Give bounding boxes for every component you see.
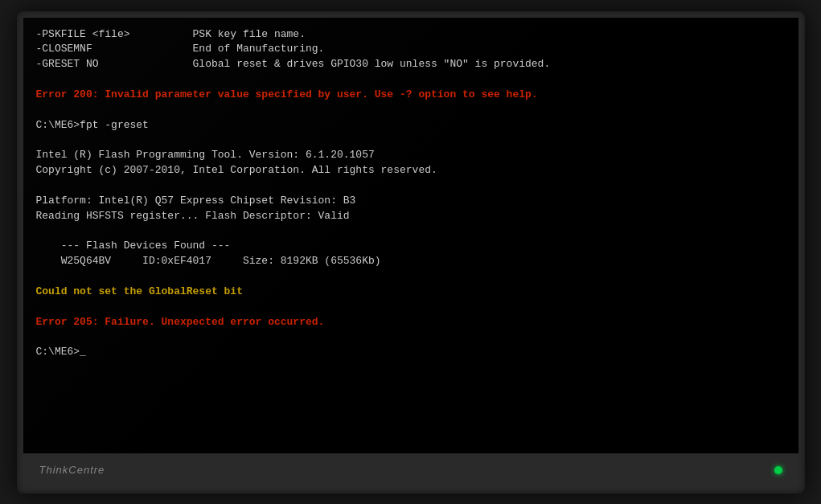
terminal-line: -CLOSEMNF End of Manufacturing. [36,43,325,55]
terminal-line: Platform: Intel(R) Q57 Express Chipset R… [36,195,356,207]
monitor: -PSKFILE <file> PSK key file name. -CLOS… [17,11,805,494]
terminal-line: Reading HSFSTS register... Flash Descrip… [36,210,350,222]
power-led [774,466,782,474]
terminal-line: -PSKFILE <file> PSK key file name. [36,28,306,40]
terminal-line: C:\ME6>_ [36,346,86,358]
terminal-line: C:\ME6>fpt -greset [36,119,149,131]
terminal-line: Could not set the GlobalReset bit [36,285,243,297]
terminal-line: W25Q64BV ID:0xEF4017 Size: 8192KB (65536… [36,255,381,267]
terminal-line: Error 200: Invalid parameter value speci… [36,88,538,100]
terminal-line: Error 205: Failure. Unexpected error occ… [36,316,325,328]
terminal-output: -PSKFILE <file> PSK key file name. -CLOS… [36,27,786,361]
monitor-bottom: ThinkCentre [23,453,798,487]
brand-label: ThinkCentre [39,464,105,476]
terminal-line: Intel (R) Flash Programming Tool. Versio… [36,149,375,161]
screen: -PSKFILE <file> PSK key file name. -CLOS… [23,18,798,453]
terminal-line: Copyright (c) 2007-2010, Intel Corporati… [36,164,437,176]
terminal-line: --- Flash Devices Found --- [36,240,231,252]
terminal-line: -GRESET NO Global reset & drives GPIO30 … [36,58,551,70]
